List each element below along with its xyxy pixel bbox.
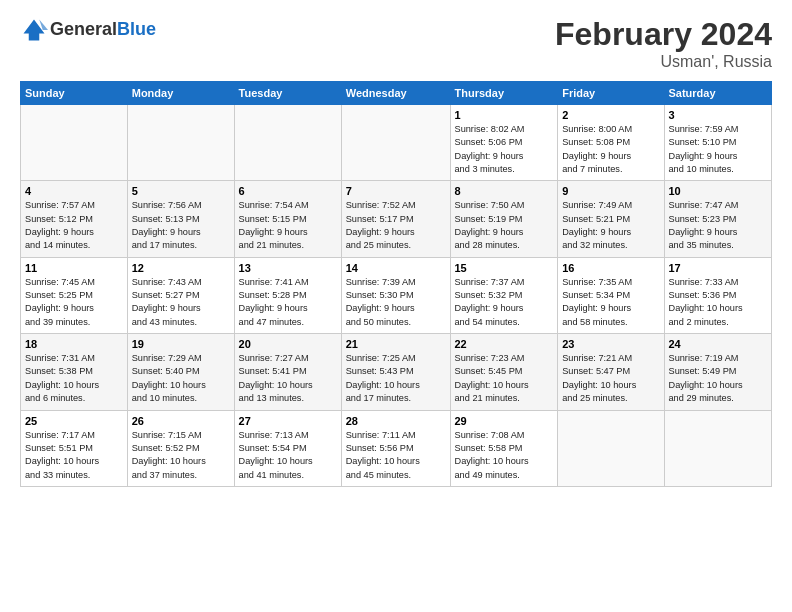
page: GeneralBlue February 2024 Usman', Russia… [0, 0, 792, 497]
day-info: Sunrise: 7:08 AM Sunset: 5:58 PM Dayligh… [455, 429, 554, 482]
title-block: February 2024 Usman', Russia [555, 16, 772, 71]
day-info: Sunrise: 7:57 AM Sunset: 5:12 PM Dayligh… [25, 199, 123, 252]
calendar-table: SundayMondayTuesdayWednesdayThursdayFrid… [20, 81, 772, 487]
logo-blue: Blue [117, 19, 156, 39]
day-info: Sunrise: 7:47 AM Sunset: 5:23 PM Dayligh… [669, 199, 768, 252]
calendar-cell: 20Sunrise: 7:27 AM Sunset: 5:41 PM Dayli… [234, 334, 341, 410]
day-info: Sunrise: 7:23 AM Sunset: 5:45 PM Dayligh… [455, 352, 554, 405]
calendar-cell: 10Sunrise: 7:47 AM Sunset: 5:23 PM Dayli… [664, 181, 772, 257]
day-info: Sunrise: 7:45 AM Sunset: 5:25 PM Dayligh… [25, 276, 123, 329]
day-number: 8 [455, 185, 554, 197]
header: GeneralBlue February 2024 Usman', Russia [20, 16, 772, 71]
calendar-cell [664, 410, 772, 486]
calendar-week-2: 11Sunrise: 7:45 AM Sunset: 5:25 PM Dayli… [21, 257, 772, 333]
day-number: 5 [132, 185, 230, 197]
day-number: 21 [346, 338, 446, 350]
logo: GeneralBlue [20, 16, 156, 44]
day-info: Sunrise: 7:27 AM Sunset: 5:41 PM Dayligh… [239, 352, 337, 405]
day-number: 18 [25, 338, 123, 350]
day-info: Sunrise: 7:31 AM Sunset: 5:38 PM Dayligh… [25, 352, 123, 405]
col-header-friday: Friday [558, 82, 664, 105]
calendar-week-4: 25Sunrise: 7:17 AM Sunset: 5:51 PM Dayli… [21, 410, 772, 486]
day-number: 10 [669, 185, 768, 197]
day-number: 25 [25, 415, 123, 427]
calendar-cell: 21Sunrise: 7:25 AM Sunset: 5:43 PM Dayli… [341, 334, 450, 410]
col-header-saturday: Saturday [664, 82, 772, 105]
calendar-cell: 25Sunrise: 7:17 AM Sunset: 5:51 PM Dayli… [21, 410, 128, 486]
calendar-cell: 22Sunrise: 7:23 AM Sunset: 5:45 PM Dayli… [450, 334, 558, 410]
calendar-cell: 17Sunrise: 7:33 AM Sunset: 5:36 PM Dayli… [664, 257, 772, 333]
calendar-cell: 18Sunrise: 7:31 AM Sunset: 5:38 PM Dayli… [21, 334, 128, 410]
day-number: 22 [455, 338, 554, 350]
day-info: Sunrise: 7:59 AM Sunset: 5:10 PM Dayligh… [669, 123, 768, 176]
day-info: Sunrise: 7:54 AM Sunset: 5:15 PM Dayligh… [239, 199, 337, 252]
day-info: Sunrise: 7:21 AM Sunset: 5:47 PM Dayligh… [562, 352, 659, 405]
calendar-cell: 15Sunrise: 7:37 AM Sunset: 5:32 PM Dayli… [450, 257, 558, 333]
calendar-cell: 2Sunrise: 8:00 AM Sunset: 5:08 PM Daylig… [558, 105, 664, 181]
calendar-cell: 23Sunrise: 7:21 AM Sunset: 5:47 PM Dayli… [558, 334, 664, 410]
calendar-week-0: 1Sunrise: 8:02 AM Sunset: 5:06 PM Daylig… [21, 105, 772, 181]
day-info: Sunrise: 7:33 AM Sunset: 5:36 PM Dayligh… [669, 276, 768, 329]
calendar-cell [21, 105, 128, 181]
calendar-cell: 26Sunrise: 7:15 AM Sunset: 5:52 PM Dayli… [127, 410, 234, 486]
logo-icon [20, 16, 48, 44]
day-number: 1 [455, 109, 554, 121]
calendar-cell [341, 105, 450, 181]
calendar-cell: 5Sunrise: 7:56 AM Sunset: 5:13 PM Daylig… [127, 181, 234, 257]
day-info: Sunrise: 7:43 AM Sunset: 5:27 PM Dayligh… [132, 276, 230, 329]
day-info: Sunrise: 7:39 AM Sunset: 5:30 PM Dayligh… [346, 276, 446, 329]
calendar-cell: 29Sunrise: 7:08 AM Sunset: 5:58 PM Dayli… [450, 410, 558, 486]
day-number: 17 [669, 262, 768, 274]
day-info: Sunrise: 7:37 AM Sunset: 5:32 PM Dayligh… [455, 276, 554, 329]
calendar-cell: 7Sunrise: 7:52 AM Sunset: 5:17 PM Daylig… [341, 181, 450, 257]
day-number: 26 [132, 415, 230, 427]
main-title: February 2024 [555, 16, 772, 53]
day-number: 24 [669, 338, 768, 350]
day-info: Sunrise: 7:19 AM Sunset: 5:49 PM Dayligh… [669, 352, 768, 405]
calendar-cell: 28Sunrise: 7:11 AM Sunset: 5:56 PM Dayli… [341, 410, 450, 486]
col-header-tuesday: Tuesday [234, 82, 341, 105]
calendar-cell: 19Sunrise: 7:29 AM Sunset: 5:40 PM Dayli… [127, 334, 234, 410]
calendar-cell: 3Sunrise: 7:59 AM Sunset: 5:10 PM Daylig… [664, 105, 772, 181]
day-number: 12 [132, 262, 230, 274]
calendar-cell: 12Sunrise: 7:43 AM Sunset: 5:27 PM Dayli… [127, 257, 234, 333]
calendar-cell: 13Sunrise: 7:41 AM Sunset: 5:28 PM Dayli… [234, 257, 341, 333]
day-info: Sunrise: 7:13 AM Sunset: 5:54 PM Dayligh… [239, 429, 337, 482]
col-header-monday: Monday [127, 82, 234, 105]
day-info: Sunrise: 7:56 AM Sunset: 5:13 PM Dayligh… [132, 199, 230, 252]
day-info: Sunrise: 7:15 AM Sunset: 5:52 PM Dayligh… [132, 429, 230, 482]
calendar-header-row: SundayMondayTuesdayWednesdayThursdayFrid… [21, 82, 772, 105]
day-info: Sunrise: 7:35 AM Sunset: 5:34 PM Dayligh… [562, 276, 659, 329]
day-number: 2 [562, 109, 659, 121]
day-info: Sunrise: 7:41 AM Sunset: 5:28 PM Dayligh… [239, 276, 337, 329]
day-number: 13 [239, 262, 337, 274]
day-number: 4 [25, 185, 123, 197]
day-number: 20 [239, 338, 337, 350]
day-number: 19 [132, 338, 230, 350]
day-number: 14 [346, 262, 446, 274]
calendar-cell: 9Sunrise: 7:49 AM Sunset: 5:21 PM Daylig… [558, 181, 664, 257]
calendar-cell [127, 105, 234, 181]
day-number: 3 [669, 109, 768, 121]
calendar-cell [234, 105, 341, 181]
col-header-thursday: Thursday [450, 82, 558, 105]
day-info: Sunrise: 7:52 AM Sunset: 5:17 PM Dayligh… [346, 199, 446, 252]
calendar-cell: 16Sunrise: 7:35 AM Sunset: 5:34 PM Dayli… [558, 257, 664, 333]
calendar-cell: 4Sunrise: 7:57 AM Sunset: 5:12 PM Daylig… [21, 181, 128, 257]
day-info: Sunrise: 7:25 AM Sunset: 5:43 PM Dayligh… [346, 352, 446, 405]
calendar-cell: 11Sunrise: 7:45 AM Sunset: 5:25 PM Dayli… [21, 257, 128, 333]
day-number: 11 [25, 262, 123, 274]
calendar-cell: 27Sunrise: 7:13 AM Sunset: 5:54 PM Dayli… [234, 410, 341, 486]
day-number: 7 [346, 185, 446, 197]
day-number: 16 [562, 262, 659, 274]
day-info: Sunrise: 8:02 AM Sunset: 5:06 PM Dayligh… [455, 123, 554, 176]
sub-title: Usman', Russia [555, 53, 772, 71]
col-header-wednesday: Wednesday [341, 82, 450, 105]
day-info: Sunrise: 7:50 AM Sunset: 5:19 PM Dayligh… [455, 199, 554, 252]
day-info: Sunrise: 7:17 AM Sunset: 5:51 PM Dayligh… [25, 429, 123, 482]
day-number: 27 [239, 415, 337, 427]
day-info: Sunrise: 7:11 AM Sunset: 5:56 PM Dayligh… [346, 429, 446, 482]
calendar-cell: 1Sunrise: 8:02 AM Sunset: 5:06 PM Daylig… [450, 105, 558, 181]
calendar-cell: 6Sunrise: 7:54 AM Sunset: 5:15 PM Daylig… [234, 181, 341, 257]
calendar-cell [558, 410, 664, 486]
